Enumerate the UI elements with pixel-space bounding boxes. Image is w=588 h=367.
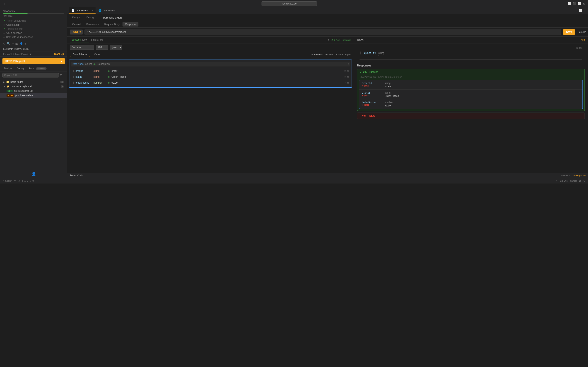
settings-icon[interactable]: ⚙ (583, 2, 586, 5)
branch-name: master (5, 180, 12, 182)
form-tab[interactable]: Form (70, 174, 76, 177)
method-selector[interactable]: POST ∨ (70, 30, 83, 34)
edit-orderid-button[interactable]: × (344, 69, 346, 72)
delete-orderid-button[interactable]: 🗑 (347, 69, 349, 72)
checklist-finish-onboarding: ✓ Finish onboarding (3, 19, 64, 23)
rschema-info-totalamount: number 99.99 (385, 101, 580, 107)
docs-header: Docs Try it (354, 37, 588, 43)
copy-icon[interactable]: ⧉ (3, 42, 5, 45)
tab-tests[interactable]: Tests No Limits (27, 66, 48, 72)
tab-debug[interactable]: Debug (15, 66, 25, 72)
add-field-totalamount-button[interactable]: ⊕ (107, 81, 110, 84)
panel-icon[interactable]: ⬜ (578, 2, 581, 5)
response-tab-success[interactable]: Success (200) (70, 38, 89, 42)
tab-purchase-orders-2[interactable]: 🌐 purchase o... (96, 7, 119, 14)
delete-response-button[interactable]: 🗑 (328, 39, 330, 41)
add-folder-icon[interactable]: + (63, 74, 65, 77)
tree-item-get-keyboards[interactable]: GET get keyboardsList (0, 89, 67, 93)
format-select[interactable]: json (110, 45, 122, 50)
team-up-button[interactable]: Team Up (54, 53, 64, 55)
root-node-type: object (85, 63, 92, 66)
sync-status[interactable]: ↻ (14, 179, 16, 182)
sidebar-search-input[interactable] (2, 73, 59, 77)
nav-parameters[interactable]: Parameters (84, 22, 102, 26)
grid-icon[interactable]: ▦ (15, 42, 18, 45)
tab-design[interactable]: Design (2, 66, 13, 72)
nav-response[interactable]: Response (122, 22, 138, 26)
go-live-button[interactable]: Go Live (560, 180, 568, 182)
preview-button[interactable]: Preview (577, 31, 586, 33)
quantity-field-name: quantity (364, 52, 376, 54)
port-icon: ⊡ (29, 179, 31, 182)
nav-request-body[interactable]: Request Body (102, 22, 122, 26)
folder-purchase-keyboard[interactable]: ▼ 📂 purchase keyboard 2 (0, 84, 67, 89)
folder-basic-count: 11 (60, 81, 64, 83)
design-header-tab[interactable]: Design (70, 15, 82, 20)
add-field-status-button[interactable]: ⊕ (107, 75, 110, 78)
try-it-button[interactable]: Try it (579, 39, 585, 42)
echoapi-more-icon[interactable]: ··· (62, 48, 64, 50)
folder-open-icon: 📂 (7, 85, 9, 88)
http-request-button[interactable]: HTTP1/2 Request ∨ (2, 58, 65, 64)
schema-row-totalamount: ┣ totalAmount number ⊕ 99.99 × 🗑 (71, 80, 350, 86)
tab-close-icon-1[interactable]: × (92, 9, 93, 12)
bottom-bar: ⑂ master ↻ ⚠ 0 △ 0 ⊡ 0 ≋ Go Live Cursor … (0, 178, 588, 184)
view-button[interactable]: 👁 View (325, 53, 333, 56)
chevron-200-icon[interactable]: ∨ (360, 71, 362, 73)
add-root-field-button[interactable]: ⊕ (93, 62, 96, 66)
chevron-down-icon[interactable]: ∨ (25, 42, 27, 45)
titlebar-search[interactable] (261, 1, 317, 6)
status-input[interactable] (70, 45, 94, 50)
docs-pipe-icon: ┃ (360, 52, 361, 58)
split-editor-icon[interactable]: ⬜ (579, 9, 582, 12)
checklist-accept-tab: ○ Accept a tab (3, 23, 64, 27)
search-sidebar-icon[interactable]: 🔍 (7, 42, 10, 45)
tab-bar-right: ⬜ ··· (579, 9, 586, 12)
delete-status-button[interactable]: 🗑 (347, 75, 349, 78)
delete-totalamount-button[interactable]: 🗑 (347, 81, 349, 84)
filter-icon[interactable]: ⊡ (60, 74, 62, 77)
sidebar-icon-row: ⧉ 🔍 ⑂ ▦ 👤 ∨ (0, 41, 67, 46)
git-branch[interactable]: ⑂ master (2, 180, 12, 182)
save-button[interactable]: Save (563, 29, 575, 35)
edit-status-button[interactable]: × (344, 75, 346, 78)
url-input[interactable] (85, 29, 562, 35)
field-value-totalamount: 99.99 (112, 81, 343, 84)
tree-item-get-label: get keyboardsList (14, 90, 33, 92)
nav-general[interactable]: General (70, 22, 84, 26)
edit-totalamount-button[interactable]: × (344, 81, 346, 84)
check-circle-icon: ○ (3, 24, 5, 26)
breadcrumb-project[interactable]: Local Project (15, 53, 28, 55)
branch-icon[interactable]: ⑂ (12, 42, 14, 45)
branch-icon: ⑂ (2, 180, 4, 182)
more-tabs-icon[interactable]: ··· (584, 9, 586, 12)
raw-edit-button[interactable]: ✏ Raw Edit (311, 53, 323, 56)
response-tab-failure[interactable]: Failure (404) (89, 38, 107, 42)
sidebar-toggle-icon[interactable]: ⬜ (568, 2, 571, 5)
new-response-button[interactable]: ⊕ + New Response (331, 39, 351, 42)
code-input[interactable] (96, 45, 108, 50)
check-circle-icon-3: ○ (3, 36, 5, 39)
back-button[interactable]: ‹ (2, 2, 6, 6)
tab-purchase-orders-1[interactable]: 📄 purchase o... × (69, 7, 95, 14)
forward-button[interactable]: › (8, 2, 11, 6)
close-root-button[interactable]: × (347, 63, 349, 66)
chevron-404-icon[interactable]: › (360, 114, 361, 117)
value-tab[interactable]: Value (92, 52, 103, 57)
file-icon: 📄 (71, 9, 75, 12)
folder-basic[interactable]: ▶ 📁 basic folder 11 (0, 80, 67, 84)
debug-header-tab[interactable]: Debug (84, 15, 96, 20)
person-bottom-icon[interactable]: 👤 (31, 172, 36, 176)
chevron-project-icon[interactable]: ∨ (30, 53, 32, 55)
layout-icon[interactable]: ⬛ (573, 2, 576, 5)
schema-row-actions-orderid: × 🗑 (344, 69, 349, 72)
get-badge: GET (7, 90, 13, 92)
code-tab[interactable]: Code (77, 174, 83, 177)
smart-import-button[interactable]: ⬇ Smart Import (336, 53, 351, 56)
data-schema-tab[interactable]: Data Schema (70, 52, 90, 57)
add-field-orderid-button[interactable]: ⊕ (107, 69, 110, 73)
tree-item-post-orders[interactable]: POST purchase orders (0, 93, 67, 98)
docs-field-quantity: ┃ quantity string 1 (360, 50, 582, 59)
globe-icon: 🌐 (98, 9, 102, 12)
person-icon[interactable]: 👤 (20, 42, 23, 45)
